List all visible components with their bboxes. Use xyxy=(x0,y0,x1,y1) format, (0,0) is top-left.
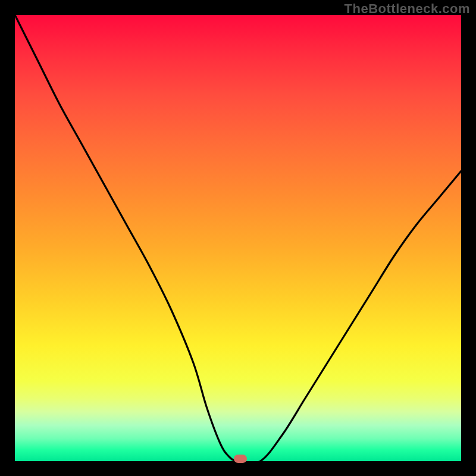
plot-area xyxy=(15,15,461,461)
optimal-marker xyxy=(234,455,247,463)
plot-canvas xyxy=(15,15,461,461)
bottleneck-curve xyxy=(15,15,461,461)
chart-frame: TheBottleneck.com xyxy=(0,0,476,476)
watermark-text: TheBottleneck.com xyxy=(345,1,470,17)
